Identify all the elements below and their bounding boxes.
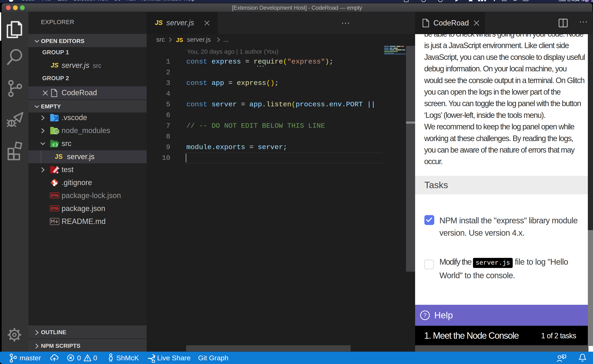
svg-text:?: ?: [423, 312, 426, 318]
svg-text:js: js: [55, 130, 58, 133]
